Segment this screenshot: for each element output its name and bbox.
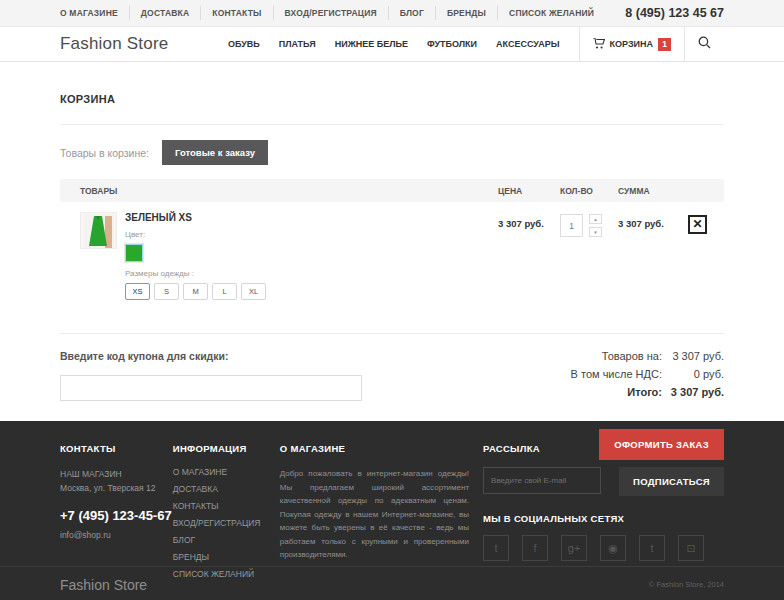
copyright: © Fashion Store, 2014 [649, 580, 724, 589]
info-heading: ИНФОРМАЦИЯ [173, 443, 280, 454]
footer-link-wishlist[interactable]: СПИСОК ЖЕЛАНИЙ [173, 569, 280, 579]
nav-tshirts[interactable]: ФУТБОЛКИ [427, 39, 477, 49]
item-price: 3 307 руб. [498, 212, 560, 300]
item-sum: 3 307 руб. [618, 212, 688, 300]
toplink-contacts[interactable]: КОНТАКТЫ [201, 6, 273, 20]
newsletter-email-input[interactable] [483, 467, 601, 494]
newsletter-heading: РАССЫЛКА [483, 443, 724, 454]
main-nav: ОБУВЬ ПЛАТЬЯ НИЖНЕЕ БЕЛЬЕ ФУТБОЛКИ АКСЕС… [209, 27, 724, 61]
store-phone: 8 (495) 123 45 67 [625, 6, 724, 20]
subscribe-button[interactable]: ПОДПИСАТЬСЯ [619, 467, 724, 496]
tumblr-icon[interactable]: t [639, 535, 665, 561]
page-title: КОРЗИНА [60, 93, 724, 105]
cart-button[interactable]: КОРЗИНА 1 [579, 27, 684, 61]
size-option-m[interactable]: M [183, 283, 208, 300]
footer-link-blog[interactable]: БЛОГ [173, 535, 280, 545]
divider [60, 333, 724, 334]
instagram-icon[interactable]: ⊡ [678, 535, 704, 561]
google-plus-icon[interactable]: g+ [561, 535, 587, 561]
grand-total-label: Итого: [627, 386, 662, 398]
main-header: Fashion Store ОБУВЬ ПЛАТЬЯ НИЖНЕЕ БЕЛЬЕ … [0, 27, 784, 62]
cart-count-badge: 1 [658, 38, 671, 51]
quantity-input[interactable] [560, 214, 583, 237]
footer-about: О МАГАЗИНЕ Добро пожаловать в интернет-м… [280, 443, 483, 586]
footer-logo[interactable]: Fashion Store [60, 577, 147, 593]
column-sum: СУММА [618, 186, 688, 196]
footer-link-login[interactable]: ВХОД/РЕГИСТРАЦИЯ [173, 518, 280, 528]
column-price: ЦЕНА [498, 186, 560, 196]
about-heading: О МАГАЗИНЕ [280, 443, 469, 454]
search-button[interactable] [684, 27, 724, 61]
cart-label: КОРЗИНА [610, 39, 653, 49]
about-text: Добро пожаловать в интернет-магазин одеж… [280, 467, 469, 562]
cart-page: КОРЗИНА Товары в корзине: Готовые к зака… [0, 62, 784, 421]
footer-link-delivery[interactable]: ДОСТАВКА [173, 484, 280, 494]
nav-shoes[interactable]: ОБУВЬ [228, 39, 260, 49]
footer-email[interactable]: info@shop.ru [60, 528, 173, 542]
toplink-wishlist[interactable]: СПИСОК ЖЕЛАНИЙ [498, 6, 605, 20]
social-icons: t f g+ ◉ t ⊡ [483, 535, 724, 561]
cart-totals: Товаров на: 3 307 руб. В том числе НДС: … [571, 350, 724, 404]
cart-item-row: ЗЕЛЕНЫЙ XS Цвет: Размеры одежды : XS S M… [60, 202, 724, 314]
column-products: ТОВАРЫ [60, 186, 498, 196]
footer-info: ИНФОРМАЦИЯ О МАГАЗИНЕ ДОСТАВКА КОНТАКТЫ … [173, 443, 280, 586]
footer-newsletter-social: РАССЫЛКА ПОДПИСАТЬСЯ МЫ В СОЦИАЛЬНЫХ СЕТ… [483, 443, 724, 586]
size-options: XS S M L XL [125, 283, 270, 300]
footer-link-contacts[interactable]: КОНТАКТЫ [173, 501, 280, 511]
toplink-blog[interactable]: БЛОГ [389, 6, 436, 20]
column-qty: КОЛ-ВО [560, 186, 618, 196]
shop-address: Москва, ул. Тверская 12 [60, 481, 173, 495]
top-bar: О МАГАЗИНЕ ДОСТАВКА КОНТАКТЫ ВХОД/РЕГИСТ… [0, 0, 784, 27]
vat-label: В том числе НДС: [571, 368, 662, 380]
subtotal-value: 3 307 руб. [662, 350, 724, 362]
remove-item-button[interactable]: ✕ [688, 215, 707, 234]
toplink-about[interactable]: О МАГАЗИНЕ [60, 6, 130, 20]
cart-icon [593, 35, 610, 53]
store-logo[interactable]: Fashion Store [60, 34, 168, 54]
size-option-xs[interactable]: XS [125, 283, 150, 300]
divider [60, 124, 724, 125]
shop-name: НАШ МАГАЗИН [60, 467, 173, 481]
quantity-stepper: ▴ ▾ [589, 214, 602, 237]
quantity-increase-button[interactable]: ▴ [589, 214, 602, 224]
nav-underwear[interactable]: НИЖНЕЕ БЕЛЬЕ [335, 39, 408, 49]
size-option-xl[interactable]: XL [241, 283, 266, 300]
product-name[interactable]: ЗЕЛЕНЫЙ XS [125, 212, 270, 223]
twitter-icon[interactable]: t [483, 535, 509, 561]
size-option-s[interactable]: S [154, 283, 179, 300]
color-label: Цвет: [125, 230, 270, 239]
social-heading: МЫ В СОЦИАЛЬНЫХ СЕТЯХ [483, 513, 724, 524]
coupon-label: Введите код купона для скидки: [60, 350, 380, 362]
toplink-brands[interactable]: БРЕНДЫ [436, 6, 498, 20]
top-links: О МАГАЗИНЕ ДОСТАВКА КОНТАКТЫ ВХОД/РЕГИСТ… [60, 0, 605, 26]
cart-table-header: ТОВАРЫ ЦЕНА КОЛ-ВО СУММА [60, 179, 724, 202]
footer-link-about[interactable]: О МАГАЗИНЕ [173, 467, 280, 477]
dribbble-icon[interactable]: ◉ [600, 535, 626, 561]
footer: КОНТАКТЫ НАШ МАГАЗИН Москва, ул. Тверска… [0, 421, 784, 566]
subtotal-label: Товаров на: [602, 350, 662, 362]
footer-link-brands[interactable]: БРЕНДЫ [173, 552, 280, 562]
color-swatch-green[interactable] [125, 244, 143, 262]
footer-phone: +7 (495) 123-45-67 [60, 508, 173, 523]
footer-contacts: КОНТАКТЫ НАШ МАГАЗИН Москва, ул. Тверска… [60, 443, 173, 586]
toplink-login[interactable]: ВХОД/РЕГИСТРАЦИЯ [274, 6, 389, 20]
size-option-l[interactable]: L [212, 283, 237, 300]
vat-value: 0 руб. [662, 368, 724, 380]
sizes-label: Размеры одежды : [125, 269, 270, 278]
search-icon [698, 35, 711, 53]
facebook-icon[interactable]: f [522, 535, 548, 561]
product-thumbnail[interactable] [80, 212, 117, 249]
grand-total-value: 3 307 руб. [662, 386, 724, 398]
quantity-decrease-button[interactable]: ▾ [589, 227, 602, 237]
nav-dresses[interactable]: ПЛАТЬЯ [279, 39, 316, 49]
toplink-delivery[interactable]: ДОСТАВКА [130, 6, 201, 20]
cart-filter-label: Товары в корзине: [60, 147, 149, 159]
contacts-heading: КОНТАКТЫ [60, 443, 173, 454]
nav-accessories[interactable]: АКСЕССУАРЫ [496, 39, 560, 49]
coupon-input[interactable] [60, 375, 362, 401]
ready-to-order-button[interactable]: Готовые к заказу [162, 140, 268, 165]
